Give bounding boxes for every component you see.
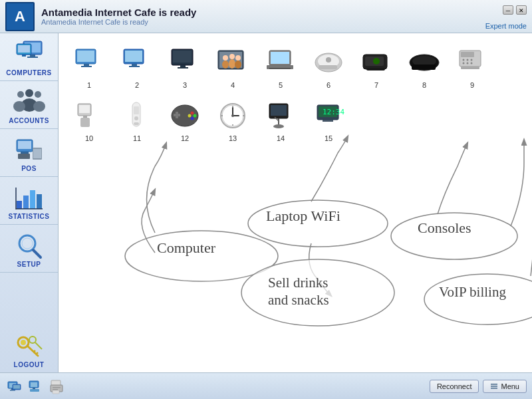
accounts-label: ACCOUNTS: [9, 117, 49, 124]
svg-text:Computer: Computer: [157, 239, 216, 256]
device-num-7: 7: [374, 81, 378, 89]
svg-point-114: [248, 200, 388, 247]
sidebar-item-statistics[interactable]: STATISTICS: [0, 177, 58, 225]
svg-rect-111: [323, 120, 333, 122]
device-12[interactable]: 12: [161, 92, 209, 145]
sidebar-item-logout[interactable]: LOGOUT: [0, 327, 58, 372]
svg-point-90: [191, 112, 194, 115]
svg-rect-2: [30, 55, 35, 57]
svg-point-74: [471, 59, 473, 61]
svg-point-61: [326, 57, 331, 63]
logout-icon: [11, 331, 48, 360]
svg-rect-15: [21, 152, 29, 154]
device-num-14: 14: [277, 134, 285, 142]
svg-point-33: [29, 336, 36, 343]
svg-point-72: [463, 59, 465, 61]
device-num-2: 2: [135, 81, 139, 89]
svg-text:and snacks: and snacks: [268, 292, 329, 308]
sidebar: COMPUTERS ACCOUNTS: [0, 33, 59, 372]
svg-rect-14: [18, 141, 31, 149]
svg-point-93: [188, 114, 192, 118]
device-14[interactable]: 14: [257, 92, 305, 145]
svg-rect-82: [80, 118, 90, 127]
svg-text:Laptop WiFi: Laptop WiFi: [266, 207, 340, 224]
svg-rect-135: [53, 387, 61, 388]
device-num-5: 5: [279, 81, 283, 89]
device-13[interactable]: 13: [209, 92, 257, 145]
svg-point-119: [391, 213, 517, 259]
menu-button[interactable]: Menu: [483, 380, 527, 393]
sidebar-item-pos[interactable]: POS: [0, 129, 58, 177]
sidebar-item-computers[interactable]: COMPUTERS: [0, 33, 58, 81]
svg-point-116: [241, 259, 394, 326]
svg-point-98: [231, 114, 234, 117]
expert-mode-link[interactable]: Expert mode: [485, 22, 527, 30]
device-15[interactable]: 12:34 15: [305, 92, 352, 145]
svg-point-49: [223, 55, 228, 61]
svg-rect-46: [178, 67, 188, 68]
svg-rect-136: [53, 389, 58, 390]
svg-rect-58: [269, 68, 291, 69]
svg-rect-22: [37, 194, 42, 209]
device-11[interactable]: 11: [113, 92, 161, 145]
svg-text:12:34: 12:34: [323, 108, 344, 116]
device-2[interactable]: 2: [113, 39, 161, 92]
print-toolbar-icon[interactable]: [48, 377, 66, 396]
minimize-button[interactable]: ─: [503, 5, 513, 15]
svg-point-121: [424, 274, 532, 325]
svg-rect-20: [23, 196, 29, 209]
device-3[interactable]: 3: [161, 39, 209, 92]
device-4[interactable]: 4: [209, 39, 257, 92]
svg-point-76: [467, 63, 469, 65]
device-10[interactable]: 10: [65, 92, 113, 145]
computers-label: COMPUTERS: [6, 69, 51, 76]
svg-point-73: [467, 59, 469, 61]
device-5[interactable]: 5: [257, 39, 305, 92]
bottom-toolbar: Reconnect Menu: [0, 372, 532, 399]
svg-rect-6: [22, 55, 26, 57]
svg-point-65: [373, 58, 380, 65]
setup-label: SETUP: [17, 261, 41, 268]
users-toolbar-icon[interactable]: [27, 377, 45, 396]
svg-rect-71: [461, 52, 474, 57]
sidebar-item-setup[interactable]: SETUP: [0, 225, 58, 273]
close-button[interactable]: ✕: [516, 5, 527, 15]
device-num-15: 15: [325, 134, 332, 142]
svg-point-50: [229, 54, 235, 59]
svg-point-12: [33, 101, 45, 112]
svg-point-11: [35, 91, 41, 98]
svg-text:Sell drinks: Sell drinks: [268, 275, 328, 291]
logo-letter: A: [15, 8, 25, 25]
svg-rect-104: [271, 105, 287, 116]
device-7[interactable]: 7: [352, 39, 400, 92]
device-num-9: 9: [470, 81, 474, 89]
svg-rect-3: [27, 57, 38, 58]
svg-rect-78: [461, 66, 479, 69]
svg-point-26: [22, 238, 33, 249]
sidebar-item-accounts[interactable]: ACCOUNTS: [0, 81, 58, 129]
svg-point-9: [17, 91, 24, 98]
device-num-10: 10: [85, 134, 93, 142]
svg-point-75: [463, 63, 465, 65]
svg-rect-66: [366, 68, 385, 70]
device-1[interactable]: 1: [65, 39, 113, 92]
network-icon[interactable]: [5, 377, 24, 396]
reconnect-button[interactable]: Reconnect: [430, 380, 479, 393]
svg-rect-36: [77, 51, 94, 62]
device-6[interactable]: 6: [305, 39, 352, 92]
svg-rect-89: [176, 112, 178, 118]
svg-rect-42: [129, 66, 140, 67]
svg-rect-21: [30, 190, 35, 209]
accounts-icon: [11, 86, 48, 116]
window-controls[interactable]: ─ ✕: [503, 5, 527, 15]
svg-text:Consoles: Consoles: [418, 219, 471, 236]
pos-icon: [11, 134, 48, 164]
svg-point-7: [25, 89, 33, 97]
app-title: Antamedia Internet Cafe is ready: [41, 7, 196, 18]
device-9[interactable]: 9: [448, 39, 496, 92]
device-num-4: 4: [231, 81, 235, 89]
svg-point-53: [229, 59, 235, 68]
svg-rect-80: [79, 105, 90, 113]
device-8[interactable]: 8: [400, 39, 448, 92]
svg-rect-37: [84, 64, 89, 66]
